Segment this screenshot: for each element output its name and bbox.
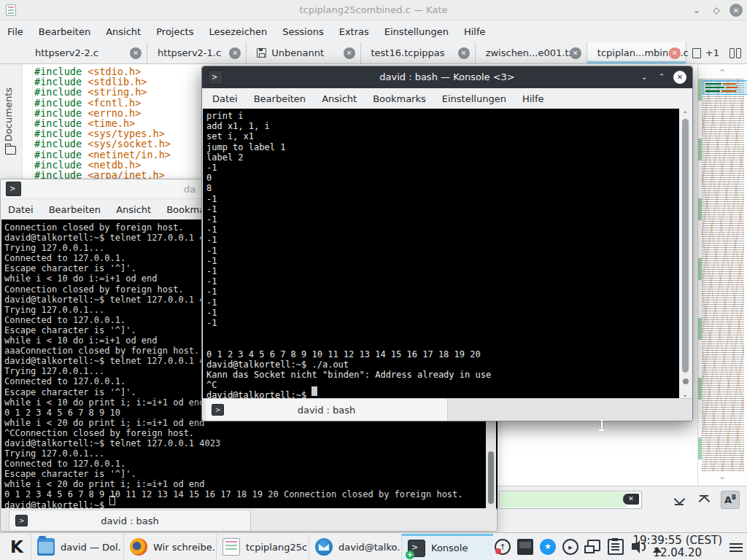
sidebar-tab-documents[interactable]: Documents	[3, 88, 14, 141]
more-documents-count: +1	[705, 47, 719, 58]
konsole-fg-titlebar[interactable]: > david : bash — Konsole <3> ⌄ ⌃ ✕	[202, 66, 692, 88]
kate-minimize-icon[interactable]: ⌄	[690, 4, 703, 17]
terminal-tab-icon: >	[15, 515, 28, 526]
kate-tab-zwischen[interactable]: zwischen...e001.txt ✕	[476, 42, 587, 63]
new-badge-icon: +	[406, 551, 414, 559]
task-label: david — Dol...	[61, 542, 122, 553]
minimap-scroll-down-icon[interactable]: ⌄	[717, 474, 727, 480]
tab-close-icon[interactable]: ✕	[130, 47, 142, 59]
clock-date: 12.04.20	[633, 547, 722, 559]
kate-menu-einstellungen[interactable]: Einstellungen	[384, 26, 449, 37]
application-launcher-icon[interactable]: K	[6, 536, 28, 558]
menu-bookmarks[interactable]: Bookmarks	[373, 93, 426, 104]
search-input-field[interactable]	[500, 492, 627, 508]
kate-tab-test16[interactable]: test16.tcpippas ✕	[361, 42, 476, 63]
kate-menubar: File Bearbeiten Ansicht Projects Lesezei…	[0, 20, 747, 42]
kate-menu-hilfe[interactable]: Hilfe	[464, 26, 486, 37]
mouse-ibeam-cursor	[598, 419, 605, 430]
menu-datei[interactable]: Datei	[8, 204, 34, 215]
menu-hilfe[interactable]: Hilfe	[522, 93, 544, 104]
panel-settings-icon[interactable]	[729, 541, 743, 553]
task-konsole-active[interactable]: >+ Konsole	[401, 534, 493, 560]
close-icon[interactable]: ✕	[673, 71, 686, 84]
task-label: Konsole	[431, 542, 468, 553]
menu-ansicht[interactable]: Ansicht	[322, 93, 357, 104]
display-icon[interactable]	[517, 539, 533, 555]
menu-bearbeiten[interactable]: Bearbeiten	[254, 93, 306, 104]
tab-label: Unbenannt	[271, 47, 324, 58]
konsole-fg-tabbar: > david : bash	[202, 398, 692, 421]
updates-icon[interactable]: ↑	[495, 539, 511, 555]
media-player-icon[interactable]: ▸	[562, 539, 578, 555]
filesystem-browser-icon[interactable]	[5, 146, 16, 155]
find-next-button[interactable]	[670, 491, 689, 509]
kate-maximize-icon[interactable]: ◇	[710, 4, 723, 17]
tab-close-icon[interactable]: ✕	[669, 47, 681, 59]
minimize-icon[interactable]: ⌄	[638, 71, 650, 83]
menu-einstellungen[interactable]: Einstellungen	[442, 93, 506, 104]
kate-menu-sessions[interactable]: Sessions	[282, 26, 323, 37]
scroll-down-icon[interactable]: ⌄	[682, 390, 688, 398]
match-case-toggle[interactable]: AB	[721, 491, 740, 509]
tab-close-icon[interactable]: ✕	[570, 47, 581, 59]
menu-bearbeiten[interactable]: Bearbeiten	[49, 204, 101, 215]
kate-tab-unbenannt[interactable]: Unbenannt ✕	[247, 42, 360, 63]
minimap-viewport[interactable]	[703, 80, 747, 95]
scroll-up-icon[interactable]: ⌃	[682, 110, 688, 118]
terminal-output: print i add x1, 1, i set i, x1 jump to l…	[206, 111, 491, 401]
kate-tab-tcpiplang-active[interactable]: tcpiplan...mbined.c ✕	[587, 42, 686, 63]
kate-close-icon[interactable]: ✕	[729, 4, 743, 17]
scrollbar-thumb[interactable]	[488, 451, 494, 504]
scrollbar-thumb[interactable]	[682, 119, 689, 373]
task-thunderbird[interactable]: david@talko...	[309, 534, 400, 560]
kate-menu-projects[interactable]: Projects	[156, 26, 193, 37]
digital-clock[interactable]: 19:39:55 (CEST) 12.04.20	[633, 534, 722, 559]
task-label: Wir schreibe...	[153, 542, 214, 553]
tab-label: httpserv2-1.c	[158, 47, 221, 58]
tab-close-icon[interactable]: ✕	[229, 47, 241, 59]
konsole-fg-terminal[interactable]: print i add x1, 1, i set i, x1 jump to l…	[203, 109, 681, 400]
menu-ansicht[interactable]: Ansicht	[116, 204, 151, 215]
search-input[interactable]: ✕ ⌄	[499, 491, 642, 509]
dolphin-icon	[37, 538, 55, 556]
kate-menu-lesezeichen[interactable]: Lesezeichen	[209, 26, 267, 37]
clipboard-icon[interactable]	[608, 539, 624, 555]
split-view-icon[interactable]	[729, 48, 741, 58]
konsole-icon: >+	[408, 540, 425, 557]
task-firefox[interactable]: Wir schreibe...	[123, 534, 214, 560]
tab-close-icon[interactable]: ✕	[344, 47, 355, 59]
konsole-fg-session-tab[interactable]: > david : bash	[206, 399, 448, 421]
task-dolphin[interactable]: david — Dol...	[31, 534, 122, 560]
network-icon[interactable]	[585, 539, 601, 555]
minimap-content[interactable]	[702, 79, 744, 471]
kate-tab-httpserv2-1[interactable]: httpserv2-1.c ✕	[147, 42, 247, 63]
scrollbar-marker	[683, 378, 689, 384]
konsole-bg-session-tab[interactable]: > david : bash	[9, 510, 251, 531]
kate-menu-ansicht[interactable]: Ansicht	[106, 26, 141, 37]
kate-tab-httpserv2-2[interactable]: httpserv2-2.c ✕	[25, 42, 147, 63]
document-icon	[692, 48, 701, 58]
konsole-window-foreground[interactable]: > david : bash — Konsole <3> ⌄ ⌃ ✕ Datei…	[201, 66, 693, 421]
task-label: david@talko...	[338, 542, 400, 553]
notification-dot	[495, 548, 501, 554]
menu-datei[interactable]: Datei	[212, 93, 238, 104]
kate-menu-bearbeiten[interactable]: Bearbeiten	[39, 26, 90, 37]
kate-menu-file[interactable]: File	[7, 26, 23, 37]
terminal-tab-icon: >	[212, 404, 224, 416]
tab-close-icon[interactable]: ✕	[458, 47, 470, 59]
clear-search-icon[interactable]: ✕	[623, 494, 639, 505]
task-kate[interactable]: tcpiplang25c...	[216, 534, 307, 560]
kate-more-documents[interactable]: +1	[686, 42, 747, 63]
kate-minimap[interactable]: ⌃ ⌄	[697, 64, 747, 486]
minimap-scroll-up-icon[interactable]: ⌃	[717, 70, 727, 76]
kate-menu-extras[interactable]: Extras	[339, 26, 369, 37]
accessibility-icon[interactable]	[540, 539, 556, 555]
tab-label: test16.tcpippas	[371, 47, 445, 58]
thunderbird-icon	[315, 538, 333, 556]
desktop: tcpiplang25combined.c — Kate ⌄ ◇ ✕ File …	[0, 0, 747, 560]
scrollbar[interactable]: ⌃ ⌄	[679, 109, 692, 400]
session-tab-label: david : bash	[298, 405, 356, 416]
find-previous-button[interactable]	[694, 491, 713, 509]
terminal-cursor	[109, 496, 115, 505]
maximize-icon[interactable]: ⌃	[656, 71, 667, 83]
